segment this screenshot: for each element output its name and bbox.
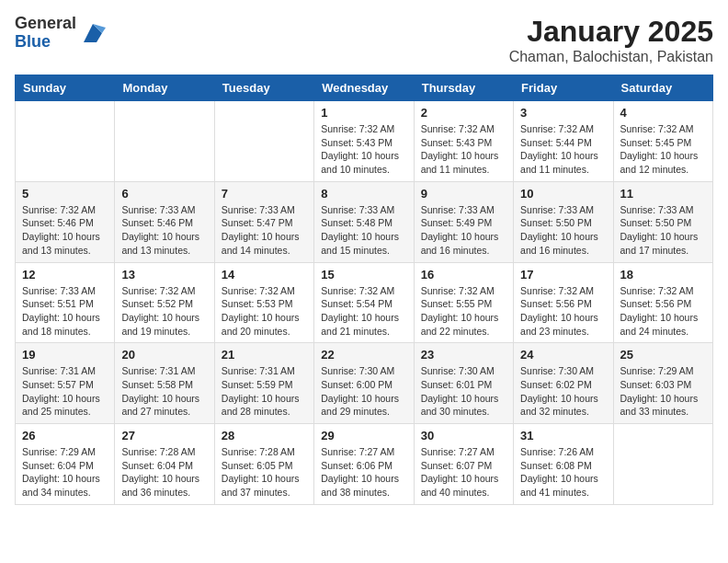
calendar-table: SundayMondayTuesdayWednesdayThursdayFrid… — [15, 75, 713, 505]
day-number: 26 — [22, 429, 108, 442]
calendar-cell — [613, 424, 712, 505]
day-info: Sunrise: 7:28 AM Sunset: 6:04 PM Dayligh… — [121, 445, 207, 500]
day-number: 22 — [321, 348, 406, 362]
weekday-header-row: SundayMondayTuesdayWednesdayThursdayFrid… — [16, 75, 713, 101]
day-info: Sunrise: 7:31 AM Sunset: 5:57 PM Dayligh… — [22, 364, 108, 419]
calendar-cell: 30Sunrise: 7:27 AM Sunset: 6:07 PM Dayli… — [414, 424, 513, 505]
day-info: Sunrise: 7:33 AM Sunset: 5:50 PM Dayligh… — [620, 203, 706, 258]
logo-general: General — [15, 15, 76, 33]
day-number: 12 — [22, 268, 108, 282]
calendar-week-row: 12Sunrise: 7:33 AM Sunset: 5:51 PM Dayli… — [16, 262, 713, 343]
logo-icon — [80, 20, 106, 46]
calendar-cell: 25Sunrise: 7:29 AM Sunset: 6:03 PM Dayli… — [613, 343, 712, 424]
day-number: 27 — [121, 429, 207, 442]
day-info: Sunrise: 7:33 AM Sunset: 5:48 PM Dayligh… — [321, 203, 406, 258]
page-header: General Blue January 2025 Chaman, Baloch… — [15, 15, 713, 65]
day-info: Sunrise: 7:31 AM Sunset: 5:58 PM Dayligh… — [121, 364, 207, 419]
calendar-week-row: 5Sunrise: 7:32 AM Sunset: 5:46 PM Daylig… — [16, 181, 713, 262]
calendar-cell: 12Sunrise: 7:33 AM Sunset: 5:51 PM Dayli… — [16, 262, 115, 343]
day-info: Sunrise: 7:26 AM Sunset: 6:08 PM Dayligh… — [520, 445, 606, 500]
day-info: Sunrise: 7:32 AM Sunset: 5:44 PM Dayligh… — [520, 122, 606, 177]
calendar-cell: 24Sunrise: 7:30 AM Sunset: 6:02 PM Dayli… — [514, 343, 613, 424]
calendar-cell: 21Sunrise: 7:31 AM Sunset: 5:59 PM Dayli… — [214, 343, 313, 424]
day-number: 3 — [520, 106, 606, 120]
day-info: Sunrise: 7:32 AM Sunset: 5:56 PM Dayligh… — [620, 284, 706, 339]
day-number: 31 — [520, 429, 606, 442]
day-number: 28 — [222, 429, 307, 442]
day-info: Sunrise: 7:30 AM Sunset: 6:01 PM Dayligh… — [421, 364, 506, 419]
day-number: 8 — [321, 187, 406, 201]
calendar-cell: 7Sunrise: 7:33 AM Sunset: 5:47 PM Daylig… — [214, 181, 313, 262]
day-number: 1 — [321, 106, 406, 120]
calendar-cell: 14Sunrise: 7:32 AM Sunset: 5:53 PM Dayli… — [214, 262, 313, 343]
day-info: Sunrise: 7:32 AM Sunset: 5:55 PM Dayligh… — [421, 284, 506, 339]
calendar-cell: 5Sunrise: 7:32 AM Sunset: 5:46 PM Daylig… — [16, 181, 115, 262]
calendar-cell — [214, 101, 313, 182]
day-number: 25 — [620, 348, 706, 362]
day-info: Sunrise: 7:31 AM Sunset: 5:59 PM Dayligh… — [222, 364, 307, 419]
weekday-header-sunday: Sunday — [16, 75, 115, 101]
calendar-cell: 13Sunrise: 7:32 AM Sunset: 5:52 PM Dayli… — [115, 262, 214, 343]
calendar-cell: 22Sunrise: 7:30 AM Sunset: 6:00 PM Dayli… — [314, 343, 414, 424]
day-info: Sunrise: 7:30 AM Sunset: 6:00 PM Dayligh… — [321, 364, 406, 419]
day-number: 14 — [222, 268, 307, 282]
day-number: 15 — [321, 268, 406, 282]
calendar-cell: 8Sunrise: 7:33 AM Sunset: 5:48 PM Daylig… — [314, 181, 414, 262]
day-info: Sunrise: 7:29 AM Sunset: 6:03 PM Dayligh… — [620, 364, 706, 419]
calendar-cell: 20Sunrise: 7:31 AM Sunset: 5:58 PM Dayli… — [115, 343, 214, 424]
calendar-cell: 6Sunrise: 7:33 AM Sunset: 5:46 PM Daylig… — [115, 181, 214, 262]
day-number: 21 — [222, 348, 307, 362]
calendar-cell: 15Sunrise: 7:32 AM Sunset: 5:54 PM Dayli… — [314, 262, 414, 343]
day-info: Sunrise: 7:27 AM Sunset: 6:07 PM Dayligh… — [421, 445, 506, 500]
day-number: 18 — [620, 268, 706, 282]
calendar-week-row: 1Sunrise: 7:32 AM Sunset: 5:43 PM Daylig… — [16, 101, 713, 182]
day-number: 4 — [620, 106, 706, 120]
day-number: 10 — [520, 187, 606, 201]
day-info: Sunrise: 7:32 AM Sunset: 5:53 PM Dayligh… — [222, 284, 307, 339]
title-block: January 2025 Chaman, Balochistan, Pakist… — [509, 15, 713, 65]
day-number: 5 — [22, 187, 108, 201]
day-info: Sunrise: 7:32 AM Sunset: 5:54 PM Dayligh… — [321, 284, 406, 339]
calendar-subtitle: Chaman, Balochistan, Pakistan — [509, 49, 713, 65]
calendar-cell: 23Sunrise: 7:30 AM Sunset: 6:01 PM Dayli… — [414, 343, 513, 424]
calendar-title: January 2025 — [509, 15, 713, 49]
day-info: Sunrise: 7:33 AM Sunset: 5:46 PM Dayligh… — [121, 203, 207, 258]
calendar-cell: 2Sunrise: 7:32 AM Sunset: 5:43 PM Daylig… — [414, 101, 513, 182]
day-info: Sunrise: 7:33 AM Sunset: 5:47 PM Dayligh… — [222, 203, 307, 258]
day-number: 29 — [321, 429, 406, 442]
logo-blue: Blue — [15, 33, 76, 52]
day-info: Sunrise: 7:32 AM Sunset: 5:52 PM Dayligh… — [121, 284, 207, 339]
calendar-cell: 19Sunrise: 7:31 AM Sunset: 5:57 PM Dayli… — [16, 343, 115, 424]
calendar-week-row: 26Sunrise: 7:29 AM Sunset: 6:04 PM Dayli… — [16, 424, 713, 505]
weekday-header-friday: Friday — [514, 75, 613, 101]
day-number: 13 — [121, 268, 207, 282]
day-number: 17 — [520, 268, 606, 282]
calendar-cell: 26Sunrise: 7:29 AM Sunset: 6:04 PM Dayli… — [16, 424, 115, 505]
day-number: 16 — [421, 268, 506, 282]
day-info: Sunrise: 7:27 AM Sunset: 6:06 PM Dayligh… — [321, 445, 406, 500]
calendar-cell — [115, 101, 214, 182]
logo: General Blue — [15, 15, 106, 52]
day-info: Sunrise: 7:33 AM Sunset: 5:50 PM Dayligh… — [520, 203, 606, 258]
day-info: Sunrise: 7:29 AM Sunset: 6:04 PM Dayligh… — [22, 445, 108, 500]
day-number: 24 — [520, 348, 606, 362]
day-number: 7 — [222, 187, 307, 201]
weekday-header-tuesday: Tuesday — [214, 75, 313, 101]
day-number: 23 — [421, 348, 506, 362]
logo-text: General Blue — [15, 15, 76, 52]
calendar-cell: 4Sunrise: 7:32 AM Sunset: 5:45 PM Daylig… — [613, 101, 712, 182]
calendar-cell: 10Sunrise: 7:33 AM Sunset: 5:50 PM Dayli… — [514, 181, 613, 262]
day-info: Sunrise: 7:32 AM Sunset: 5:56 PM Dayligh… — [520, 284, 606, 339]
day-info: Sunrise: 7:32 AM Sunset: 5:45 PM Dayligh… — [620, 122, 706, 177]
weekday-header-saturday: Saturday — [613, 75, 712, 101]
day-info: Sunrise: 7:32 AM Sunset: 5:43 PM Dayligh… — [421, 122, 506, 177]
calendar-cell: 27Sunrise: 7:28 AM Sunset: 6:04 PM Dayli… — [115, 424, 214, 505]
day-number: 30 — [421, 429, 506, 442]
day-number: 9 — [421, 187, 506, 201]
calendar-cell: 11Sunrise: 7:33 AM Sunset: 5:50 PM Dayli… — [613, 181, 712, 262]
calendar-cell: 31Sunrise: 7:26 AM Sunset: 6:08 PM Dayli… — [514, 424, 613, 505]
day-number: 19 — [22, 348, 108, 362]
calendar-cell: 3Sunrise: 7:32 AM Sunset: 5:44 PM Daylig… — [514, 101, 613, 182]
calendar-week-row: 19Sunrise: 7:31 AM Sunset: 5:57 PM Dayli… — [16, 343, 713, 424]
calendar-cell: 17Sunrise: 7:32 AM Sunset: 5:56 PM Dayli… — [514, 262, 613, 343]
